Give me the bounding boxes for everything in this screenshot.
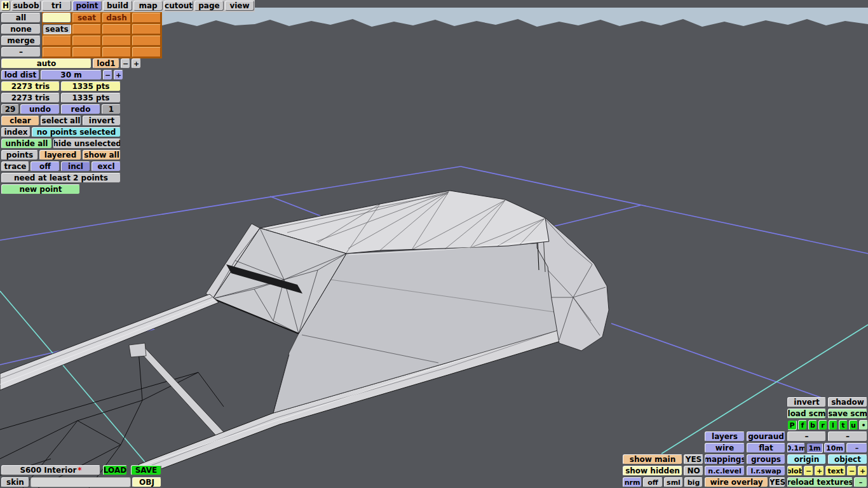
hide-unselected-button[interactable]: hide unselected [53, 139, 121, 149]
view-key-b[interactable]: b [808, 420, 817, 430]
wire-button[interactable]: wire [705, 443, 745, 453]
skin-button[interactable]: skin [1, 477, 29, 487]
lr-swap-button[interactable]: l.r.swap [747, 466, 785, 476]
load-scm-button[interactable]: load scm [787, 409, 826, 419]
reload-textures-minus-button[interactable]: – [854, 477, 867, 487]
clear-button[interactable]: clear [1, 116, 39, 126]
lod-dist-plus-button[interactable]: + [114, 70, 123, 80]
lod-dist-minus-button[interactable]: − [103, 70, 112, 80]
show-main-toggle[interactable]: YES [684, 454, 703, 464]
menu-page[interactable]: page [194, 1, 224, 11]
menu-h[interactable]: H [1, 1, 10, 11]
subob-cell[interactable] [132, 47, 161, 57]
menu-tri[interactable]: tri [42, 1, 71, 11]
nrm-sml-button[interactable]: sml [664, 477, 683, 487]
grid-10m-button[interactable]: 10m [824, 443, 845, 453]
select-all-button[interactable]: select all [41, 116, 81, 126]
dash-a-button[interactable]: – [787, 431, 826, 442]
lod1-button[interactable]: lod1 [93, 58, 119, 69]
blob-minus-button[interactable]: − [804, 466, 813, 476]
show-hidden-button[interactable]: show hidden [623, 466, 682, 476]
gouraud-button[interactable]: gouraud [747, 431, 785, 442]
lod-dist-value[interactable]: 30 m [41, 70, 102, 80]
view-key-r[interactable]: r [818, 420, 827, 430]
groups-button[interactable]: groups [747, 454, 785, 464]
save-scm-button[interactable]: save scm [828, 409, 867, 419]
lod-auto-button[interactable]: auto [1, 58, 92, 69]
subob-merge-button[interactable]: merge [1, 36, 41, 46]
load-button[interactable]: LOAD [103, 465, 127, 475]
viewport-3d[interactable] [0, 0, 868, 488]
view-key-p[interactable]: P [787, 420, 797, 430]
nc-level-button[interactable]: n.c.level [705, 466, 745, 476]
invert-selection-button[interactable]: invert [83, 116, 121, 126]
nrm-off-button[interactable]: off [643, 477, 663, 487]
subob-none-button[interactable]: none [1, 24, 41, 34]
subob-cell-dash[interactable]: dash [102, 13, 131, 23]
subob-cell[interactable] [132, 24, 161, 34]
show-hidden-toggle[interactable]: NO [684, 466, 703, 476]
lod-plus-button[interactable]: + [132, 58, 141, 69]
subob-cell[interactable] [43, 47, 71, 57]
layered-button[interactable]: layered [39, 150, 81, 160]
dash-b-button[interactable]: – [828, 431, 867, 442]
subob-cell[interactable] [102, 24, 131, 34]
layers-button[interactable]: layers [705, 431, 745, 442]
object-button[interactable]: object [828, 454, 867, 464]
menu-view[interactable]: view [225, 1, 254, 11]
lod-minus-button[interactable]: − [121, 58, 130, 69]
blob-button[interactable]: blob [787, 466, 803, 476]
trace-off-button[interactable]: off [31, 161, 60, 172]
points-button[interactable]: points [1, 150, 38, 160]
filename-button[interactable]: S600 Interior* [1, 465, 100, 475]
menu-subob[interactable]: subob [11, 1, 41, 11]
subob-cell[interactable] [102, 36, 131, 46]
origin-button[interactable]: origin [787, 454, 826, 464]
subob-cell-empty-yellow[interactable] [43, 13, 71, 23]
skin-field[interactable] [31, 477, 131, 487]
lod-dist-label[interactable]: lod dist [1, 70, 39, 80]
menu-point[interactable]: point [72, 1, 102, 11]
subob-cell[interactable] [132, 13, 161, 23]
scm-shadow-button[interactable]: shadow [828, 397, 867, 407]
menu-build[interactable]: build [103, 1, 132, 11]
view-key-f[interactable]: f [798, 420, 807, 430]
undo-button[interactable]: undo [20, 104, 60, 114]
view-key-l[interactable]: l [829, 420, 837, 430]
subob-cell[interactable] [72, 47, 101, 57]
trace-excl-button[interactable]: excl [92, 161, 121, 172]
mappings-button[interactable]: mappings [705, 454, 745, 464]
nrm-big-button[interactable]: big [684, 477, 703, 487]
subob-all-button[interactable]: all [1, 13, 41, 23]
reload-textures-button[interactable]: reload textures [787, 477, 853, 487]
trace-button[interactable]: trace [1, 161, 29, 172]
subob-cell[interactable] [132, 36, 161, 46]
show-all-button[interactable]: show all [83, 150, 121, 160]
view-key-t[interactable]: t [839, 420, 848, 430]
text-button[interactable]: text [825, 466, 846, 476]
trace-incl-button[interactable]: incl [61, 161, 90, 172]
subob-cell-seats[interactable]: seats [43, 24, 71, 34]
grid-1m-button[interactable]: 1m [806, 443, 823, 453]
scm-invert-button[interactable]: invert [787, 397, 826, 407]
subob-dash-button[interactable]: – [1, 47, 41, 57]
new-point-button[interactable]: new point [1, 184, 80, 194]
redo-button[interactable]: redo [61, 104, 100, 114]
subob-cell[interactable] [72, 36, 101, 46]
text-plus-button[interactable]: + [858, 466, 867, 476]
unhide-all-button[interactable]: unhide all [1, 139, 52, 149]
view-key-dot[interactable]: • [859, 420, 868, 430]
nrm-button[interactable]: nrm [623, 477, 642, 487]
index-button[interactable]: index [1, 127, 31, 137]
wire-overlay-toggle[interactable]: YES [770, 477, 785, 487]
grid-01m-button[interactable]: 0.1m [787, 443, 805, 453]
save-button[interactable]: SAVE [131, 465, 161, 475]
show-main-button[interactable]: show main [623, 454, 682, 464]
menu-cutout[interactable]: cutout [164, 1, 193, 11]
text-minus-button[interactable]: − [847, 466, 857, 476]
flat-button[interactable]: flat [747, 443, 785, 453]
wire-overlay-button[interactable]: wire overlay [705, 477, 768, 487]
blob-plus-button[interactable]: + [815, 466, 824, 476]
subob-cell[interactable] [43, 36, 71, 46]
view-key-u[interactable]: u [849, 420, 858, 430]
